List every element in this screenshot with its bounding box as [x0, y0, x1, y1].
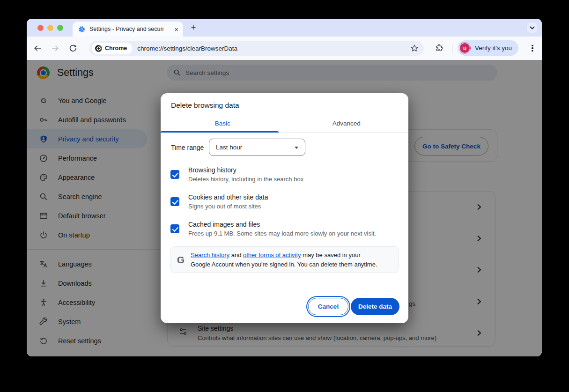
delete-browsing-data-dialog: Delete browsing data Basic Advanced Time… — [161, 93, 408, 323]
checkbox-row-browsing-history: Browsing history Deletes history, includ… — [170, 166, 398, 183]
site-chip-label: Chrome — [105, 45, 127, 52]
tab-strip: Settings - Privacy and securi × + — [27, 19, 542, 37]
tab-close-icon[interactable]: × — [173, 26, 179, 33]
cookies-checkbox[interactable] — [170, 197, 179, 206]
time-range-value: Last hour — [216, 144, 242, 151]
dialog-tabs: Basic Advanced — [161, 115, 408, 133]
url-text: chrome://settings/clearBrowserData — [137, 45, 237, 52]
time-range-label: Time range — [171, 144, 204, 151]
close-window-button[interactable] — [37, 25, 44, 31]
address-bar[interactable]: Chrome chrome://settings/clearBrowserDat… — [89, 41, 424, 56]
profile-avatar: u — [460, 43, 470, 53]
forward-icon[interactable] — [51, 44, 59, 52]
toolbar-divider — [452, 44, 452, 53]
time-range-select[interactable]: Last hour — [209, 139, 305, 156]
tab-basic[interactable]: Basic — [161, 115, 285, 132]
tab-title: Settings - Privacy and securi — [89, 26, 173, 32]
search-history-link[interactable]: Search history — [191, 251, 229, 259]
browser-toolbar: Chrome chrome://settings/clearBrowserDat… — [27, 37, 542, 60]
maximize-window-button[interactable] — [57, 25, 63, 31]
cached-images-checkbox[interactable] — [170, 224, 179, 233]
gear-favicon-icon — [78, 26, 85, 33]
site-info-chip[interactable]: Chrome — [92, 43, 132, 54]
verify-its-you-button[interactable]: u Verify it's you — [458, 40, 518, 56]
chevron-down-icon — [530, 26, 535, 30]
browser-window: Settings - Privacy and securi × + Chrome — [27, 19, 542, 356]
cancel-button[interactable]: Cancel — [308, 298, 348, 315]
browser-menu-kebab-icon[interactable] — [528, 44, 537, 53]
verify-label: Verify it's you — [475, 44, 512, 52]
google-account-note: G Search history and other forms of acti… — [170, 246, 399, 273]
active-tab-underline — [161, 131, 279, 133]
minimize-window-button[interactable] — [47, 25, 53, 31]
dialog-title: Delete browsing data — [171, 101, 239, 110]
chrome-logo-mono-icon — [95, 45, 102, 52]
checkbox-row-cookies: Cookies and other site data Signs you ou… — [170, 193, 398, 210]
back-icon[interactable] — [33, 44, 42, 52]
tab-search-button[interactable] — [527, 22, 537, 33]
browsing-history-checkbox[interactable] — [170, 170, 179, 179]
browser-tab-settings[interactable]: Settings - Privacy and securi × — [73, 22, 183, 37]
other-forms-of-activity-link[interactable]: other forms of activity — [243, 251, 301, 259]
select-caret-icon — [295, 147, 298, 149]
bookmark-star-icon[interactable] — [410, 44, 419, 52]
reload-icon[interactable] — [69, 44, 77, 52]
delete-data-button[interactable]: Delete data — [351, 298, 399, 315]
extensions-puzzle-icon[interactable] — [435, 44, 443, 52]
checkbox-row-cached-images: Cached images and files Frees up 9.1 MB.… — [170, 221, 398, 237]
window-controls — [37, 25, 63, 31]
google-g-icon: G — [171, 247, 191, 273]
new-tab-button[interactable]: + — [188, 22, 199, 33]
tab-advanced[interactable]: Advanced — [285, 115, 409, 132]
